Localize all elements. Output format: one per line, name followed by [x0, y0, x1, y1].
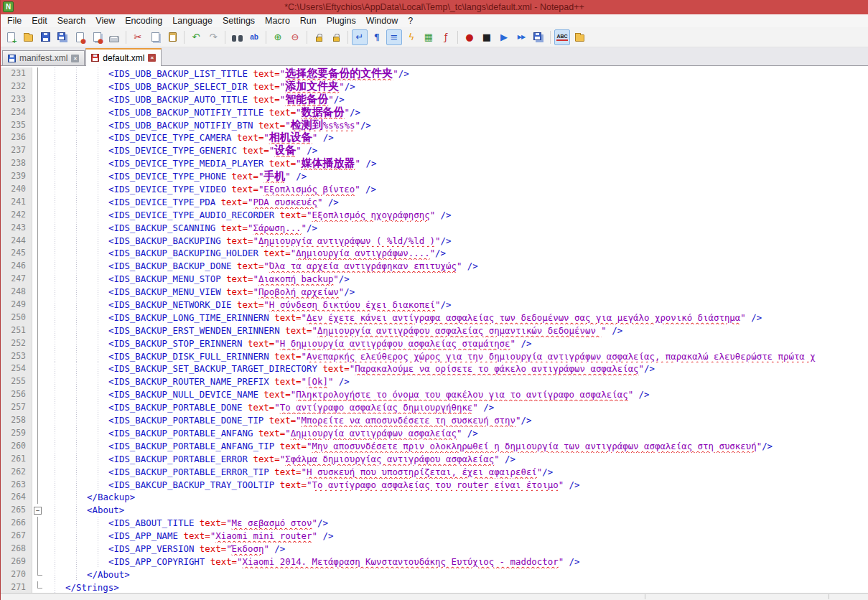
code-text[interactable]: <IDS_BACKUP_DISK_FULL_ERINNERN text="Ανε… [44, 350, 868, 363]
code-text[interactable]: <IDS_ABOUT_TITLE text="Με σεβασμό στον"/… [44, 517, 868, 530]
code-line-268[interactable]: 268<IDS_APP_VERSION text="Έκδοση" /> [1, 543, 868, 556]
code-text[interactable]: <IDS_BACKUP_BACKUP_DONE text="Όλα τα αρχ… [44, 260, 868, 273]
code-editor[interactable]: 231<IDS_UDB_BACKUP_LIST_TITLE text="选择您要… [1, 66, 868, 593]
code-text[interactable]: <IDS_BACKUP_ROUTER_NAME_PREFIX text="[Ok… [44, 375, 868, 388]
code-line-235[interactable]: 235<IDS_UDB_BACKUP_NOTIFIY_BTN text="检测到… [1, 119, 868, 132]
code-line-238[interactable]: 238<IDS_DEVICE_TYPE_MEDIA_PLAYER text="媒… [1, 157, 868, 170]
menu-edit[interactable]: Edit [27, 14, 52, 27]
code-line-232[interactable]: 232<IDS_UDB_BACKUP_SELECT_DIR text="添加文件… [1, 80, 868, 93]
code-line-253[interactable]: 253<IDS_BACKUP_DISK_FULL_ERINNERN text="… [1, 350, 868, 363]
code-text[interactable]: <IDS_BACKUP_MENU_STOP text="Διακοπή back… [44, 273, 868, 286]
code-text[interactable]: <IDS_BACKUP_PORTABLE_DONE_TIP text="Μπορ… [44, 414, 868, 427]
code-line-264[interactable]: 264</Backup> [1, 491, 868, 504]
macro-record-button[interactable]: ● [462, 29, 477, 45]
code-line-254[interactable]: 254<IDS_BACKUP_SET_BACKUP_TARGET_DIRECTO… [1, 362, 868, 375]
macro-save-button[interactable] [531, 29, 546, 45]
user-defined-language-button[interactable]: ϟ [403, 29, 419, 45]
menu-macro[interactable]: Macro [260, 14, 295, 27]
code-text[interactable]: <IDS_BACKUP_STOP_ERINNERN text="Η δημιου… [44, 337, 868, 350]
code-text[interactable]: <IDS_APP_COPYRIGHT text="Xiaomi 2014. Με… [44, 556, 868, 568]
show-all-characters-button[interactable]: ¶ [369, 29, 385, 45]
code-text[interactable]: <IDS_DEVICE_TYPE_CAMERA text="相机设备" /> [44, 131, 868, 144]
menu-plugins[interactable]: Plugins [322, 14, 361, 27]
code-text[interactable]: <IDS_BACKUP_SET_BACKUP_TARGET_DIRECTORY … [44, 362, 868, 375]
sync-horizontal-scroll-button[interactable] [328, 29, 344, 45]
code-text[interactable]: <IDS_DEVICE_TYPE_GENERIC text="设备" /> [44, 144, 868, 157]
spell-check-button[interactable]: ABC [554, 29, 570, 45]
code-text[interactable]: </About> [44, 568, 868, 581]
redo-button[interactable]: ↷ [205, 29, 221, 45]
code-line-244[interactable]: 244<IDS_BACKUP_BACKUPING text="Δημιουργί… [1, 235, 868, 248]
code-line-255[interactable]: 255<IDS_BACKUP_ROUTER_NAME_PREFIX text="… [1, 375, 868, 388]
cut-button[interactable]: ✂ [130, 29, 146, 45]
code-text[interactable]: <IDS_BACKUP_PORTABLE_ANFANG_TIP text="Μη… [44, 440, 868, 453]
code-text[interactable]: <IDS_BACKUP_NETWORK_DIE text="Η σύνδεση … [44, 299, 868, 311]
close-all-button[interactable]: ● [89, 29, 105, 45]
code-line-265[interactable]: 265−<About> [1, 504, 868, 517]
code-line-250[interactable]: 250<IDS_BACKUP_LONG_TIME_ERINNERN text="… [1, 311, 868, 324]
print-button[interactable] [106, 29, 122, 45]
code-line-267[interactable]: 267<IDS_APP_NAME text="Xiaomi mini route… [1, 530, 868, 543]
document-map-button[interactable]: ▦ [421, 29, 437, 45]
paste-button[interactable] [164, 29, 180, 45]
code-line-269[interactable]: 269<IDS_APP_COPYRIGHT text="Xiaomi 2014.… [1, 556, 868, 568]
new-file-button[interactable]: + [3, 29, 19, 45]
code-text[interactable]: <IDS_DEVICE_TYPE_VIDEO text="Εξοπλισμός … [44, 183, 868, 196]
code-line-247[interactable]: 247<IDS_BACKUP_MENU_STOP text="Διακοπή b… [1, 273, 868, 286]
code-text[interactable]: <IDS_DEVICE_TYPE_MEDIA_PLAYER text="媒体播放… [44, 157, 868, 170]
code-text[interactable]: <IDS_UDB_BACKUP_LIST_TITLE text="选择您要备份的… [44, 67, 868, 80]
code-text[interactable]: <IDS_BACKUP_NULL_DEVICE_NAME text="Πληκτ… [44, 388, 868, 401]
function-list-button[interactable]: ƒ [438, 29, 454, 45]
fold-collapse-icon[interactable]: − [34, 507, 42, 515]
code-line-257[interactable]: 257<IDS_BACKUP_PORTABLE_DONE text="Το αν… [1, 401, 868, 414]
code-text[interactable]: <IDS_DEVICE_TYPE_PDA text="PDA συσκευές"… [44, 196, 868, 209]
code-text[interactable]: <About> [44, 504, 868, 517]
close-tab-icon[interactable]: × [148, 54, 156, 62]
show-indent-guide-button[interactable]: ≡ [386, 29, 402, 45]
code-line-271[interactable]: 271</Strings> [1, 581, 868, 593]
code-line-266[interactable]: 266<IDS_ABOUT_TITLE text="Με σεβασμό στο… [1, 517, 868, 530]
code-line-231[interactable]: 231<IDS_UDB_BACKUP_LIST_TITLE text="选择您要… [1, 67, 868, 80]
menu-settings[interactable]: Settings [218, 14, 260, 27]
code-line-270[interactable]: 270</About> [1, 568, 868, 581]
code-line-252[interactable]: 252<IDS_BACKUP_STOP_ERINNERN text="Η δημ… [1, 337, 868, 350]
copy-button[interactable] [147, 29, 163, 45]
code-line-256[interactable]: 256<IDS_BACKUP_NULL_DEVICE_NAME text="Πλ… [1, 388, 868, 401]
code-line-245[interactable]: 245<IDS_BACKUP_BACKUPING_HOLDER text="Δη… [1, 247, 868, 260]
code-text[interactable]: </Strings> [44, 581, 868, 593]
replace-button[interactable]: ab [246, 29, 262, 45]
code-text[interactable]: <IDS_BACKUP_ERST_WENDEN_ERINNERN text="Δ… [44, 324, 868, 337]
code-text[interactable]: </Backup> [44, 491, 868, 504]
save-all-button[interactable] [55, 29, 70, 45]
zoom-out-button[interactable]: ⊖ [287, 29, 303, 45]
zoom-in-button[interactable]: ⊕ [270, 29, 286, 45]
code-text[interactable]: <IDS_UDB_BACKUP_SELECT_DIR text="添加文件夹"/… [44, 80, 868, 93]
code-text[interactable]: <IDS_BACKUP_MENU_VIEW text="Προβολή αρχε… [44, 286, 868, 299]
code-text[interactable]: <IDS_APP_NAME text="Xiaomi mini router" … [44, 530, 868, 543]
code-line-240[interactable]: 240<IDS_DEVICE_TYPE_VIDEO text="Εξοπλισμ… [1, 183, 868, 196]
code-line-243[interactable]: 243<IDS_BACKUP_SCANNING text="Σάρωση..."… [1, 222, 868, 235]
code-line-233[interactable]: 233<IDS_UDB_BACKUP_AUTO_TITLE text="智能备份… [1, 93, 868, 106]
code-line-261[interactable]: 261<IDS_BACKUP_PORTABLE_ERROR text="Σφάλ… [1, 453, 868, 466]
code-line-259[interactable]: 259<IDS_BACKUP_PORTABLE_ANFANG text="Δημ… [1, 427, 868, 440]
code-line-237[interactable]: 237<IDS_DEVICE_TYPE_GENERIC text="设备" /> [1, 144, 868, 157]
code-line-258[interactable]: 258<IDS_BACKUP_PORTABLE_DONE_TIP text="Μ… [1, 414, 868, 427]
code-line-242[interactable]: 242<IDS_DEVICE_TYPE_AUDIO_RECORDER text=… [1, 209, 868, 222]
menu-help[interactable]: ? [403, 14, 418, 27]
code-line-262[interactable]: 262<IDS_BACKUP_PORTABLE_ERROR_TIP text="… [1, 466, 868, 479]
code-text[interactable]: <IDS_BACKUP_PORTABLE_ERROR text="Σφάλμα … [44, 453, 868, 466]
code-line-241[interactable]: 241<IDS_DEVICE_TYPE_PDA text="PDA συσκευ… [1, 196, 868, 209]
code-text[interactable]: <IDS_BACKUP_BACKUPING_HOLDER text="Δημιο… [44, 247, 868, 260]
code-line-239[interactable]: 239<IDS_DEVICE_TYPE_PHONE text="手机" /> [1, 170, 868, 183]
code-text[interactable]: <IDS_BACKUP_PORTABLE_ANFANG text="Δημιου… [44, 427, 868, 440]
save-file-button[interactable] [37, 29, 53, 45]
code-text[interactable]: <IDS_UDB_BACKUP_NOTIFIY_BTN text="检测到%s%… [44, 119, 868, 132]
fold-margin[interactable]: − [32, 504, 44, 517]
close-tab-icon[interactable]: × [71, 55, 79, 62]
word-wrap-button[interactable]: ↵ [352, 29, 368, 45]
code-line-251[interactable]: 251<IDS_BACKUP_ERST_WENDEN_ERINNERN text… [1, 324, 868, 337]
code-text[interactable]: <IDS_BACKUP_BACKUPING text="Δημιουργία α… [44, 235, 868, 248]
close-file-button[interactable]: ● [72, 29, 88, 45]
spell-check-dictionary-button[interactable] [571, 29, 587, 45]
undo-button[interactable]: ↶ [188, 29, 204, 45]
